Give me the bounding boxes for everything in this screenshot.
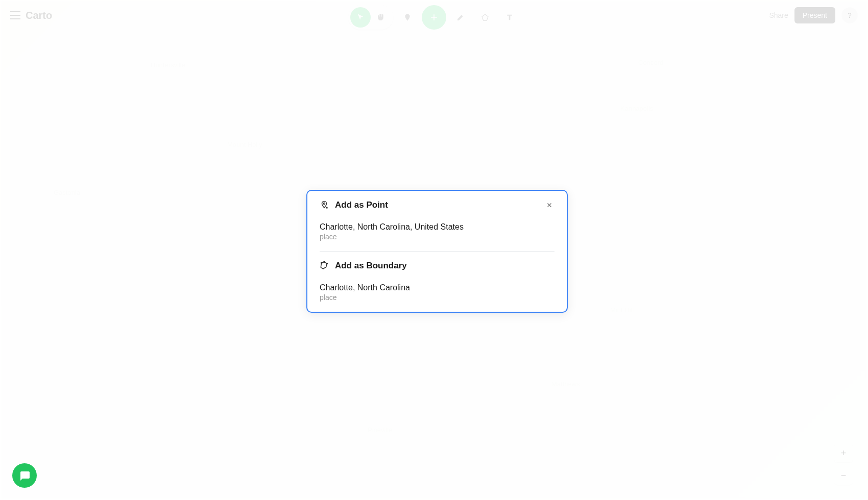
boundary-option[interactable]: Charlotte, North Carolina place [307,277,567,312]
point-option[interactable]: Charlotte, North Carolina, United States… [307,216,567,251]
svg-point-3 [326,263,327,264]
svg-point-1 [321,262,322,263]
chat-support-button[interactable] [12,463,37,488]
dialog-header-point: Add as Point [307,191,567,216]
boundary-option-type: place [320,293,554,302]
close-button[interactable] [544,200,554,210]
menu-icon[interactable] [10,11,20,19]
chat-icon [18,469,31,482]
point-option-name: Charlotte, North Carolina, United States [320,222,554,232]
pin-add-icon [320,201,329,210]
logo-area: Carto [10,10,52,21]
top-right-controls: Share Present ? [769,7,858,23]
zoom-controls: + − [834,444,853,485]
svg-point-0 [324,203,325,205]
header-left: Add as Point [320,200,388,210]
zoom-out-button[interactable]: − [834,466,853,485]
point-section-title: Add as Point [335,200,388,210]
svg-point-2 [324,261,325,262]
point-option-type: place [320,233,554,241]
polygon-boundary-icon [320,261,329,270]
boundary-section-title: Add as Boundary [335,261,407,271]
share-button[interactable]: Share [769,11,788,19]
present-button[interactable]: Present [794,7,835,23]
add-location-dialog: Add as Point Charlotte, North Carolina, … [306,190,568,313]
close-icon [546,202,553,209]
help-button[interactable]: ? [841,7,858,23]
dialog-header-boundary: Add as Boundary [307,252,567,277]
top-bar: Carto Share Present ? [0,0,868,31]
app-logo: Carto [26,10,52,21]
boundary-option-name: Charlotte, North Carolina [320,283,554,292]
zoom-in-button[interactable]: + [834,444,853,462]
